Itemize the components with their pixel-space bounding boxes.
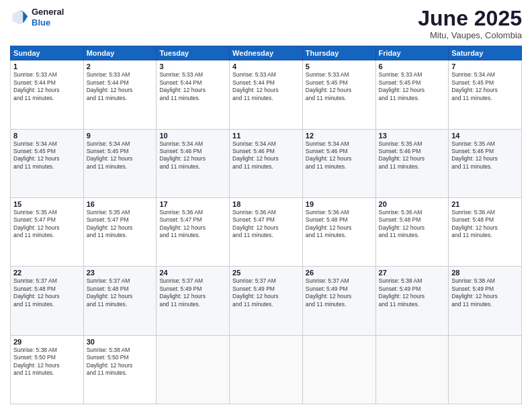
logo-text: General Blue	[32, 7, 64, 28]
col-header-monday: Monday	[83, 46, 157, 60]
calendar-cell: 29Sunrise: 5:38 AMSunset: 5:50 PMDayligh…	[11, 335, 84, 404]
logo-line1: General	[32, 7, 64, 17]
day-number: 30	[87, 338, 154, 346]
day-info: Sunrise: 5:37 AMSunset: 5:49 PMDaylight:…	[159, 277, 226, 308]
logo-icon	[10, 8, 29, 27]
day-number: 10	[159, 132, 226, 140]
day-number: 9	[87, 132, 154, 140]
day-info: Sunrise: 5:36 AMSunset: 5:48 PMDaylight:…	[379, 209, 446, 240]
day-info: Sunrise: 5:38 AMSunset: 5:49 PMDaylight:…	[451, 277, 519, 308]
day-number: 17	[159, 200, 226, 208]
calendar-cell: 8Sunrise: 5:34 AMSunset: 5:45 PMDaylight…	[11, 129, 84, 197]
day-number: 13	[379, 132, 446, 140]
day-info: Sunrise: 5:38 AMSunset: 5:50 PMDaylight:…	[13, 347, 81, 377]
calendar-cell: 6Sunrise: 5:33 AMSunset: 5:45 PMDaylight…	[375, 60, 449, 129]
calendar-cell: 2Sunrise: 5:33 AMSunset: 5:44 PMDaylight…	[83, 60, 157, 129]
calendar-cell: 12Sunrise: 5:34 AMSunset: 5:46 PMDayligh…	[302, 129, 375, 197]
calendar-week-2: 8Sunrise: 5:34 AMSunset: 5:45 PMDaylight…	[11, 129, 522, 197]
calendar-cell: 11Sunrise: 5:34 AMSunset: 5:46 PMDayligh…	[230, 129, 303, 197]
day-info: Sunrise: 5:35 AMSunset: 5:47 PMDaylight:…	[13, 209, 81, 240]
day-info: Sunrise: 5:37 AMSunset: 5:48 PMDaylight:…	[87, 277, 154, 308]
day-info: Sunrise: 5:36 AMSunset: 5:48 PMDaylight:…	[306, 209, 373, 240]
calendar-cell: 30Sunrise: 5:38 AMSunset: 5:50 PMDayligh…	[83, 335, 157, 404]
day-info: Sunrise: 5:34 AMSunset: 5:45 PMDaylight:…	[87, 140, 154, 171]
col-header-saturday: Saturday	[449, 46, 522, 60]
calendar-cell: 13Sunrise: 5:35 AMSunset: 5:46 PMDayligh…	[375, 129, 449, 197]
logo-line2: Blue	[32, 17, 64, 28]
calendar-cell: 3Sunrise: 5:33 AMSunset: 5:44 PMDaylight…	[157, 60, 230, 129]
day-info: Sunrise: 5:35 AMSunset: 5:46 PMDaylight:…	[451, 140, 519, 171]
day-info: Sunrise: 5:36 AMSunset: 5:48 PMDaylight:…	[451, 209, 519, 240]
day-info: Sunrise: 5:35 AMSunset: 5:46 PMDaylight:…	[379, 140, 446, 171]
day-number: 7	[451, 62, 519, 71]
day-number: 25	[232, 269, 300, 277]
calendar-cell	[157, 335, 230, 404]
day-info: Sunrise: 5:36 AMSunset: 5:47 PMDaylight:…	[232, 209, 300, 240]
day-number: 11	[232, 132, 300, 140]
calendar-cell: 18Sunrise: 5:36 AMSunset: 5:47 PMDayligh…	[230, 197, 303, 266]
day-number: 12	[306, 132, 373, 140]
location: Mitu, Vaupes, Colombia	[418, 30, 522, 40]
day-info: Sunrise: 5:37 AMSunset: 5:49 PMDaylight:…	[306, 277, 373, 308]
calendar-week-5: 29Sunrise: 5:38 AMSunset: 5:50 PMDayligh…	[11, 335, 522, 404]
day-info: Sunrise: 5:34 AMSunset: 5:45 PMDaylight:…	[13, 140, 81, 171]
title-block: June 2025 Mitu, Vaupes, Colombia	[418, 7, 522, 40]
calendar-cell: 22Sunrise: 5:37 AMSunset: 5:48 PMDayligh…	[11, 267, 84, 335]
col-header-tuesday: Tuesday	[157, 46, 230, 60]
day-number: 2	[87, 62, 154, 71]
day-info: Sunrise: 5:33 AMSunset: 5:44 PMDaylight:…	[87, 71, 154, 102]
calendar-table: SundayMondayTuesdayWednesdayThursdayFrid…	[10, 46, 522, 404]
calendar-cell	[375, 335, 449, 404]
calendar-cell: 23Sunrise: 5:37 AMSunset: 5:48 PMDayligh…	[83, 267, 157, 335]
calendar-cell: 17Sunrise: 5:36 AMSunset: 5:47 PMDayligh…	[157, 197, 230, 266]
day-info: Sunrise: 5:34 AMSunset: 5:46 PMDaylight:…	[306, 140, 373, 171]
calendar-cell: 21Sunrise: 5:36 AMSunset: 5:48 PMDayligh…	[449, 197, 522, 266]
calendar-cell: 4Sunrise: 5:33 AMSunset: 5:44 PMDaylight…	[230, 60, 303, 129]
calendar-cell: 26Sunrise: 5:37 AMSunset: 5:49 PMDayligh…	[302, 267, 375, 335]
calendar-cell: 1Sunrise: 5:33 AMSunset: 5:44 PMDaylight…	[11, 60, 84, 129]
calendar-week-1: 1Sunrise: 5:33 AMSunset: 5:44 PMDaylight…	[11, 60, 522, 129]
day-number: 22	[13, 269, 81, 277]
day-info: Sunrise: 5:37 AMSunset: 5:49 PMDaylight:…	[232, 277, 300, 308]
day-number: 6	[379, 62, 446, 71]
calendar-cell: 10Sunrise: 5:34 AMSunset: 5:46 PMDayligh…	[157, 129, 230, 197]
month-title: June 2025	[418, 7, 522, 30]
day-info: Sunrise: 5:34 AMSunset: 5:45 PMDaylight:…	[451, 71, 519, 102]
calendar-cell	[449, 335, 522, 404]
day-info: Sunrise: 5:33 AMSunset: 5:44 PMDaylight:…	[159, 71, 226, 102]
day-number: 21	[451, 200, 519, 208]
calendar-cell: 5Sunrise: 5:33 AMSunset: 5:45 PMDaylight…	[302, 60, 375, 129]
calendar-cell	[302, 335, 375, 404]
calendar-cell: 20Sunrise: 5:36 AMSunset: 5:48 PMDayligh…	[375, 197, 449, 266]
day-number: 27	[379, 269, 446, 277]
calendar-cell: 25Sunrise: 5:37 AMSunset: 5:49 PMDayligh…	[230, 267, 303, 335]
day-info: Sunrise: 5:33 AMSunset: 5:44 PMDaylight:…	[13, 71, 81, 102]
day-number: 28	[451, 269, 519, 277]
day-info: Sunrise: 5:38 AMSunset: 5:50 PMDaylight:…	[87, 347, 154, 377]
calendar-cell: 7Sunrise: 5:34 AMSunset: 5:45 PMDaylight…	[449, 60, 522, 129]
col-header-friday: Friday	[375, 46, 449, 60]
day-number: 3	[159, 62, 226, 71]
day-number: 15	[13, 200, 81, 208]
day-info: Sunrise: 5:33 AMSunset: 5:45 PMDaylight:…	[306, 71, 373, 102]
day-info: Sunrise: 5:37 AMSunset: 5:48 PMDaylight:…	[13, 277, 81, 308]
calendar-cell: 15Sunrise: 5:35 AMSunset: 5:47 PMDayligh…	[11, 197, 84, 266]
page: General Blue June 2025 Mitu, Vaupes, Col…	[0, 0, 532, 411]
day-number: 24	[159, 269, 226, 277]
day-number: 29	[13, 338, 81, 346]
logo: General Blue	[10, 7, 64, 28]
day-info: Sunrise: 5:38 AMSunset: 5:49 PMDaylight:…	[379, 277, 446, 308]
calendar-cell: 24Sunrise: 5:37 AMSunset: 5:49 PMDayligh…	[157, 267, 230, 335]
calendar-cell: 9Sunrise: 5:34 AMSunset: 5:45 PMDaylight…	[83, 129, 157, 197]
calendar-cell: 16Sunrise: 5:35 AMSunset: 5:47 PMDayligh…	[83, 197, 157, 266]
calendar-week-3: 15Sunrise: 5:35 AMSunset: 5:47 PMDayligh…	[11, 197, 522, 266]
calendar-cell: 19Sunrise: 5:36 AMSunset: 5:48 PMDayligh…	[302, 197, 375, 266]
day-info: Sunrise: 5:35 AMSunset: 5:47 PMDaylight:…	[87, 209, 154, 240]
day-info: Sunrise: 5:33 AMSunset: 5:44 PMDaylight:…	[232, 71, 300, 102]
day-number: 23	[87, 269, 154, 277]
day-number: 5	[306, 62, 373, 71]
day-number: 14	[451, 132, 519, 140]
day-info: Sunrise: 5:36 AMSunset: 5:47 PMDaylight:…	[159, 209, 226, 240]
day-number: 16	[87, 200, 154, 208]
calendar-cell	[230, 335, 303, 404]
